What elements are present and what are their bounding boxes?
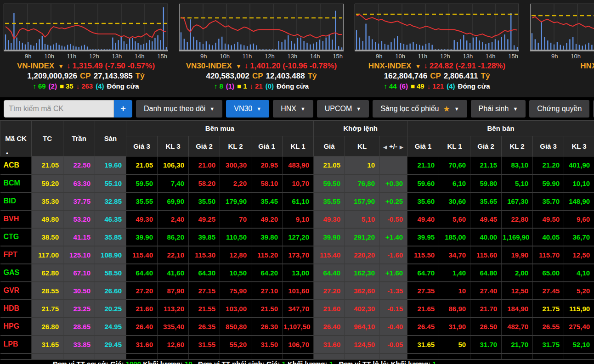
- sell-volume-cell[interactable]: 10: [439, 282, 470, 300]
- col-header-sell-vol2[interactable]: KL 2: [502, 136, 533, 157]
- sell-price-cell[interactable]: 31.65: [407, 336, 439, 353]
- col-header-symbol[interactable]: Mã CK ▲: [0, 121, 32, 157]
- ticker-cell[interactable]: BID: [0, 192, 32, 210]
- col-header-match-vol[interactable]: KL: [345, 136, 379, 157]
- ticker-cell[interactable]: GVR: [0, 282, 32, 300]
- match-price-cell[interactable]: 64.40: [314, 264, 345, 282]
- match-price-cell[interactable]: 21.60: [314, 300, 345, 318]
- sell-price-cell[interactable]: 115.70: [533, 246, 564, 264]
- sell-price-cell[interactable]: 26.45: [407, 318, 439, 336]
- buy-volume-cell[interactable]: 86,20: [158, 228, 189, 246]
- sell-volume-cell[interactable]: 31,90: [439, 318, 470, 336]
- sell-volume-cell[interactable]: 184,90: [502, 300, 533, 318]
- buy-price-cell[interactable]: 21.50: [251, 300, 283, 318]
- sell-price-cell[interactable]: 65.00: [533, 264, 564, 282]
- sell-price-cell[interactable]: 59.80: [470, 174, 502, 192]
- ticker-cell[interactable]: GAS: [0, 264, 32, 282]
- col-header-reference[interactable]: TC: [32, 121, 63, 157]
- sell-volume-cell[interactable]: 275,40: [564, 318, 594, 336]
- match-price-cell[interactable]: 35.55: [314, 192, 345, 210]
- intraday-chart-vn-index[interactable]: [4, 4, 168, 51]
- sell-volume-cell[interactable]: 482,70: [502, 318, 533, 336]
- buy-volume-cell[interactable]: 70: [220, 210, 251, 228]
- match-price-cell[interactable]: 59.50: [314, 174, 345, 192]
- buy-price-cell[interactable]: 21.55: [189, 300, 220, 318]
- ticker-cell[interactable]: HPG: [0, 318, 32, 336]
- sell-price-cell[interactable]: 35.65: [470, 192, 502, 210]
- sell-volume-cell[interactable]: 34,70: [439, 246, 470, 264]
- ticker-cell[interactable]: ACB: [0, 157, 32, 174]
- sell-price-cell[interactable]: 21.75: [533, 300, 564, 318]
- sell-price-cell[interactable]: 40.05: [533, 228, 564, 246]
- buy-volume-cell[interactable]: 22,10: [158, 246, 189, 264]
- col-header-buy-price3[interactable]: Giá 3: [126, 136, 158, 157]
- sell-volume-cell[interactable]: 2,00: [502, 264, 533, 282]
- buy-volume-cell[interactable]: 173,70: [283, 246, 314, 264]
- col-header-buy-price2[interactable]: Giá 2: [189, 136, 220, 157]
- buy-volume-cell[interactable]: 7,40: [158, 174, 189, 192]
- buy-price-cell[interactable]: 21.05: [126, 157, 158, 174]
- sell-volume-cell[interactable]: 12,50: [564, 246, 594, 264]
- buy-price-cell[interactable]: 21.60: [126, 300, 158, 318]
- buy-volume-cell[interactable]: 69,90: [158, 192, 189, 210]
- page-right-icon[interactable]: ▶: [400, 145, 403, 150]
- buy-volume-cell[interactable]: 101,60: [283, 282, 314, 300]
- buy-volume-cell[interactable]: 61,10: [283, 192, 314, 210]
- sell-price-cell[interactable]: 115.60: [470, 246, 502, 264]
- buy-price-cell[interactable]: 27.15: [189, 282, 220, 300]
- sell-volume-cell[interactable]: 30,60: [439, 192, 470, 210]
- buy-price-cell[interactable]: 20.95: [251, 157, 283, 174]
- buy-price-cell[interactable]: 26.40: [126, 318, 158, 336]
- col-header-sell-price1[interactable]: Giá 1: [407, 136, 439, 157]
- sell-price-cell[interactable]: 31.75: [533, 336, 564, 353]
- match-price-cell[interactable]: 31.60: [314, 336, 345, 353]
- sell-price-cell[interactable]: 31.70: [470, 336, 502, 353]
- sell-price-cell[interactable]: 35.60: [407, 192, 439, 210]
- index-name[interactable]: VN-INDEX: [17, 62, 54, 70]
- buy-price-cell[interactable]: 64.30: [189, 264, 220, 282]
- sell-price-cell[interactable]: 27.45: [533, 282, 564, 300]
- page-left-icon[interactable]: ◀: [383, 145, 387, 150]
- chevron-down-icon[interactable]: ▼: [58, 63, 64, 70]
- col-header-ceiling[interactable]: Trần: [63, 121, 95, 157]
- col-header-sell-price2[interactable]: Giá 2: [470, 136, 502, 157]
- buy-volume-cell[interactable]: 2,40: [158, 210, 189, 228]
- sell-price-cell[interactable]: 49.50: [533, 210, 564, 228]
- sell-volume-cell[interactable]: 185,00: [439, 228, 470, 246]
- buy-price-cell[interactable]: 39.80: [251, 228, 283, 246]
- sell-price-cell[interactable]: 26.50: [470, 318, 502, 336]
- buy-volume-cell[interactable]: 347,70: [283, 300, 314, 318]
- chevron-down-icon[interactable]: ▼: [236, 63, 242, 70]
- intraday-chart-hnx30-index[interactable]: [530, 4, 594, 51]
- buy-price-cell[interactable]: 21.00: [189, 157, 220, 174]
- sell-volume-cell[interactable]: 83,10: [502, 157, 533, 174]
- sell-price-cell[interactable]: 27.40: [470, 282, 502, 300]
- col-header-buy-vol2[interactable]: KL 2: [220, 136, 251, 157]
- sell-volume-cell[interactable]: 5,10: [502, 174, 533, 192]
- sell-volume-cell[interactable]: 167,30: [502, 192, 533, 210]
- tab-hnx[interactable]: HNX▼: [273, 100, 313, 118]
- buy-volume-cell[interactable]: 127,20: [283, 228, 314, 246]
- buy-volume-cell[interactable]: 179,90: [220, 192, 251, 210]
- sell-price-cell[interactable]: 59.90: [533, 174, 564, 192]
- buy-volume-cell[interactable]: 1,107,50: [283, 318, 314, 336]
- index-name[interactable]: HNX-INDEX: [368, 62, 412, 70]
- sell-volume-cell[interactable]: 86,90: [439, 300, 470, 318]
- buy-price-cell[interactable]: 27.20: [126, 282, 158, 300]
- buy-volume-cell[interactable]: 13,00: [283, 264, 314, 282]
- sell-volume-cell[interactable]: 148,90: [564, 192, 594, 210]
- buy-volume-cell[interactable]: 335,40: [158, 318, 189, 336]
- col-header-sell-price3[interactable]: Giá 3: [533, 136, 564, 157]
- ticker-cell[interactable]: LPB: [0, 336, 32, 353]
- col-header-sell-vol1[interactable]: KL 1: [439, 136, 470, 157]
- col-header-match-price[interactable]: Giá: [314, 136, 345, 157]
- buy-volume-cell[interactable]: 10,70: [283, 174, 314, 192]
- intraday-chart-hnx-index[interactable]: [355, 4, 519, 51]
- buy-volume-cell[interactable]: 12,60: [158, 336, 189, 353]
- tab-danh-mục-theo-dõi[interactable]: Danh mục theo dõi▼: [136, 100, 222, 118]
- sell-price-cell[interactable]: 21.65: [407, 300, 439, 318]
- buy-price-cell[interactable]: 115.20: [251, 246, 283, 264]
- buy-price-cell[interactable]: 49.20: [251, 210, 283, 228]
- sell-volume-cell[interactable]: 70,60: [439, 157, 470, 174]
- ticker-cell[interactable]: FPT: [0, 246, 32, 264]
